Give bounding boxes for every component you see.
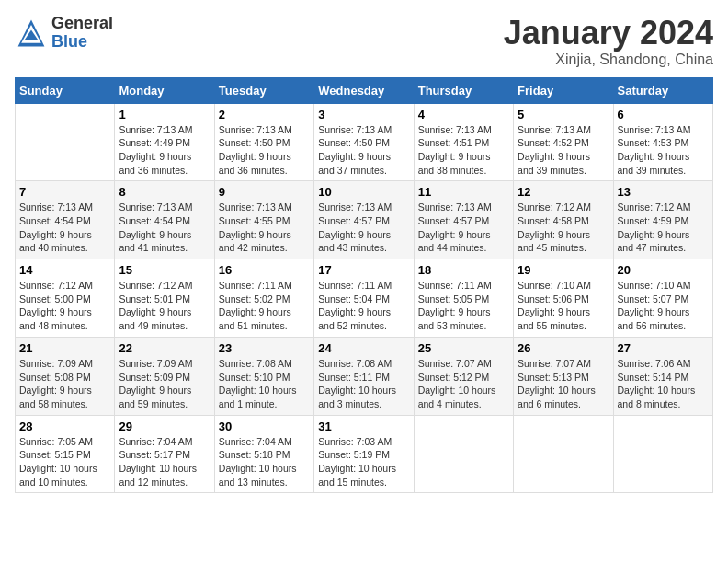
day-number: 6 (618, 108, 709, 121)
day-info: Sunrise: 7:13 AM Sunset: 4:53 PM Dayligh… (618, 123, 709, 178)
col-wednesday: Wednesday (314, 77, 414, 103)
day-number: 29 (119, 419, 210, 433)
day-info: Sunrise: 7:12 AM Sunset: 4:59 PM Dayligh… (618, 201, 709, 255)
calendar-row: 1Sunrise: 7:13 AM Sunset: 4:49 PM Daylig… (16, 103, 713, 181)
day-info: Sunrise: 7:13 AM Sunset: 4:52 PM Dayligh… (518, 123, 609, 178)
col-thursday: Thursday (414, 77, 513, 103)
calendar-row: 14Sunrise: 7:12 AM Sunset: 5:00 PM Dayli… (16, 259, 713, 338)
table-cell: 31Sunrise: 7:03 AM Sunset: 5:19 PM Dayli… (314, 415, 414, 493)
day-number: 28 (19, 419, 110, 433)
table-cell: 16Sunrise: 7:11 AM Sunset: 5:02 PM Dayli… (214, 259, 313, 338)
day-info: Sunrise: 7:13 AM Sunset: 4:55 PM Dayligh… (219, 201, 310, 255)
day-info: Sunrise: 7:10 AM Sunset: 5:06 PM Dayligh… (518, 279, 609, 333)
table-cell: 15Sunrise: 7:12 AM Sunset: 5:01 PM Dayli… (115, 259, 214, 338)
table-cell: 9Sunrise: 7:13 AM Sunset: 4:55 PM Daylig… (214, 181, 313, 259)
day-info: Sunrise: 7:10 AM Sunset: 5:07 PM Dayligh… (618, 279, 709, 333)
table-cell: 8Sunrise: 7:13 AM Sunset: 4:54 PM Daylig… (115, 181, 214, 259)
day-info: Sunrise: 7:13 AM Sunset: 4:50 PM Dayligh… (318, 123, 409, 178)
calendar-row: 7Sunrise: 7:13 AM Sunset: 4:54 PM Daylig… (16, 181, 713, 259)
day-number: 4 (418, 108, 509, 121)
logo-text: General Blue (51, 15, 113, 52)
table-cell: 19Sunrise: 7:10 AM Sunset: 5:06 PM Dayli… (514, 259, 613, 338)
day-info: Sunrise: 7:04 AM Sunset: 5:18 PM Dayligh… (219, 435, 310, 489)
day-info: Sunrise: 7:12 AM Sunset: 5:01 PM Dayligh… (119, 279, 210, 333)
title-block: January 2024 Xinjia, Shandong, China (504, 15, 713, 68)
table-cell: 13Sunrise: 7:12 AM Sunset: 4:59 PM Dayli… (613, 181, 712, 259)
table-cell: 10Sunrise: 7:13 AM Sunset: 4:57 PM Dayli… (314, 181, 414, 259)
main-title: January 2024 (504, 15, 713, 52)
day-number: 16 (219, 263, 310, 277)
day-info: Sunrise: 7:12 AM Sunset: 4:58 PM Dayligh… (518, 201, 609, 255)
day-number: 24 (318, 341, 409, 355)
logo-blue: Blue (51, 33, 113, 52)
day-number: 3 (318, 108, 409, 121)
day-info: Sunrise: 7:09 AM Sunset: 5:08 PM Dayligh… (19, 357, 110, 411)
day-number: 11 (418, 185, 509, 199)
calendar-row: 28Sunrise: 7:05 AM Sunset: 5:15 PM Dayli… (16, 415, 713, 493)
day-info: Sunrise: 7:08 AM Sunset: 5:10 PM Dayligh… (219, 357, 310, 411)
day-number: 26 (518, 341, 609, 355)
day-info: Sunrise: 7:13 AM Sunset: 4:54 PM Dayligh… (19, 201, 110, 255)
table-cell: 3Sunrise: 7:13 AM Sunset: 4:50 PM Daylig… (314, 103, 414, 181)
table-cell (514, 415, 613, 493)
day-number: 19 (518, 263, 609, 277)
day-number: 14 (19, 263, 110, 277)
table-cell: 20Sunrise: 7:10 AM Sunset: 5:07 PM Dayli… (613, 259, 712, 338)
day-info: Sunrise: 7:13 AM Sunset: 4:50 PM Dayligh… (219, 123, 310, 178)
day-info: Sunrise: 7:03 AM Sunset: 5:19 PM Dayligh… (318, 435, 409, 489)
day-number: 18 (418, 263, 509, 277)
day-number: 20 (618, 263, 709, 277)
table-cell: 14Sunrise: 7:12 AM Sunset: 5:00 PM Dayli… (16, 259, 115, 338)
day-number: 9 (219, 185, 310, 199)
day-info: Sunrise: 7:11 AM Sunset: 5:04 PM Dayligh… (318, 279, 409, 333)
header-row: Sunday Monday Tuesday Wednesday Thursday… (16, 77, 713, 103)
day-info: Sunrise: 7:08 AM Sunset: 5:11 PM Dayligh… (318, 357, 409, 411)
table-cell: 5Sunrise: 7:13 AM Sunset: 4:52 PM Daylig… (514, 103, 613, 181)
col-tuesday: Tuesday (214, 77, 313, 103)
day-number: 30 (219, 419, 310, 433)
day-number: 5 (518, 108, 609, 121)
day-info: Sunrise: 7:13 AM Sunset: 4:49 PM Dayligh… (119, 123, 210, 178)
day-info: Sunrise: 7:05 AM Sunset: 5:15 PM Dayligh… (19, 435, 110, 489)
day-info: Sunrise: 7:13 AM Sunset: 4:57 PM Dayligh… (418, 201, 509, 255)
calendar-row: 21Sunrise: 7:09 AM Sunset: 5:08 PM Dayli… (16, 337, 713, 415)
subtitle: Xinjia, Shandong, China (504, 52, 713, 68)
col-monday: Monday (115, 77, 214, 103)
day-number: 8 (119, 185, 210, 199)
logo: General Blue (15, 15, 113, 52)
day-number: 2 (219, 108, 310, 121)
day-info: Sunrise: 7:04 AM Sunset: 5:17 PM Dayligh… (119, 435, 210, 489)
day-number: 21 (19, 341, 110, 355)
table-cell: 11Sunrise: 7:13 AM Sunset: 4:57 PM Dayli… (414, 181, 513, 259)
table-cell: 29Sunrise: 7:04 AM Sunset: 5:17 PM Dayli… (115, 415, 214, 493)
day-number: 17 (318, 263, 409, 277)
day-info: Sunrise: 7:11 AM Sunset: 5:02 PM Dayligh… (219, 279, 310, 333)
table-cell (414, 415, 513, 493)
table-cell: 22Sunrise: 7:09 AM Sunset: 5:09 PM Dayli… (115, 337, 214, 415)
table-cell: 2Sunrise: 7:13 AM Sunset: 4:50 PM Daylig… (214, 103, 313, 181)
day-number: 22 (119, 341, 210, 355)
table-cell: 26Sunrise: 7:07 AM Sunset: 5:13 PM Dayli… (514, 337, 613, 415)
table-cell: 1Sunrise: 7:13 AM Sunset: 4:49 PM Daylig… (115, 103, 214, 181)
table-cell: 6Sunrise: 7:13 AM Sunset: 4:53 PM Daylig… (613, 103, 712, 181)
table-cell: 12Sunrise: 7:12 AM Sunset: 4:58 PM Dayli… (514, 181, 613, 259)
day-number: 27 (618, 341, 709, 355)
day-number: 7 (19, 185, 110, 199)
day-info: Sunrise: 7:12 AM Sunset: 5:00 PM Dayligh… (19, 279, 110, 333)
table-cell: 24Sunrise: 7:08 AM Sunset: 5:11 PM Dayli… (314, 337, 414, 415)
table-cell (16, 103, 115, 181)
day-info: Sunrise: 7:07 AM Sunset: 5:12 PM Dayligh… (418, 357, 509, 411)
table-cell: 30Sunrise: 7:04 AM Sunset: 5:18 PM Dayli… (214, 415, 313, 493)
table-cell: 4Sunrise: 7:13 AM Sunset: 4:51 PM Daylig… (414, 103, 513, 181)
table-cell: 28Sunrise: 7:05 AM Sunset: 5:15 PM Dayli… (16, 415, 115, 493)
day-info: Sunrise: 7:07 AM Sunset: 5:13 PM Dayligh… (518, 357, 609, 411)
table-cell: 18Sunrise: 7:11 AM Sunset: 5:05 PM Dayli… (414, 259, 513, 338)
table-cell: 17Sunrise: 7:11 AM Sunset: 5:04 PM Dayli… (314, 259, 414, 338)
day-info: Sunrise: 7:11 AM Sunset: 5:05 PM Dayligh… (418, 279, 509, 333)
page-header: General Blue January 2024 Xinjia, Shando… (15, 15, 713, 68)
col-sunday: Sunday (16, 77, 115, 103)
day-info: Sunrise: 7:06 AM Sunset: 5:14 PM Dayligh… (618, 357, 709, 411)
col-friday: Friday (514, 77, 613, 103)
day-number: 10 (318, 185, 409, 199)
day-number: 1 (119, 108, 210, 121)
